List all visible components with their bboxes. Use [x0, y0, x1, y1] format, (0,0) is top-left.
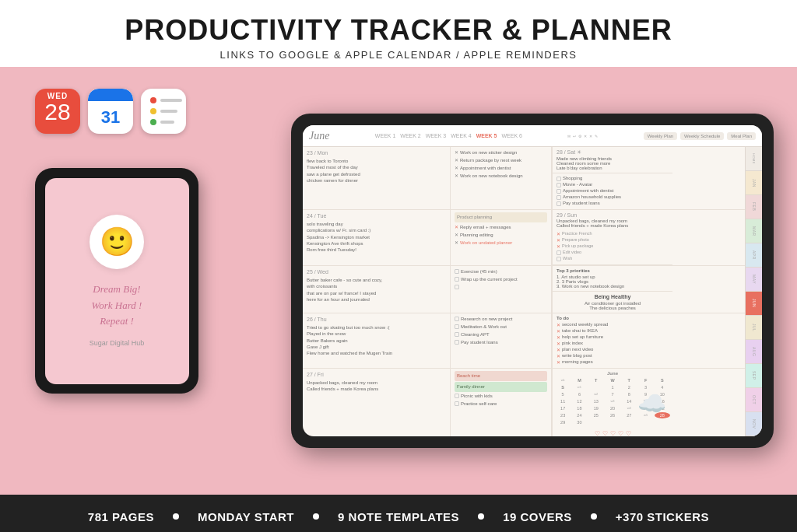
feb-tab[interactable]: FEB — [746, 195, 762, 219]
smiley-sticker: 🙂 — [90, 215, 144, 269]
footer-covers: 19 COVERS — [484, 510, 591, 523]
saturday-tasks: Shopping Movie - Avatar Appointment with… — [553, 173, 672, 209]
reminder-line-3 — [150, 119, 174, 125]
friday-tasks: Beach time Family dinner Picnic with kid… — [451, 369, 552, 436]
jun-tab[interactable]: JUN — [746, 292, 762, 316]
main-content: WED 28 31 🙂 D — [0, 67, 797, 495]
portrait-tablet: 🙂 Dream Big! Work Hard ! Repeat ! Sugar … — [35, 168, 198, 394]
footer-start: MONDAY START — [179, 510, 313, 523]
heart-stickers: ♡ ♡ ♡ ♡ ♡ — [553, 428, 672, 436]
mar-tab[interactable]: MAR — [746, 219, 762, 243]
month-sidebar: HOME JAN FEB MAR APR MAY JUN JUL AUG SEP… — [745, 147, 762, 436]
reminder-bar-1 — [160, 99, 182, 102]
planner-month-title: June — [309, 130, 329, 142]
may-tab[interactable]: MAY — [746, 268, 762, 292]
top3-priorities: Top 3 priorities 1. Art studio set up 2.… — [553, 266, 672, 292]
pages-label: 781 PAGES — [88, 510, 154, 523]
portrait-tablet-screen: 🙂 Dream Big! Work Hard ! Repeat ! Sugar … — [45, 178, 189, 384]
week-tabs: WEEK 1 WEEK 2 WEEK 3 WEEK 4 WEEK 5 WEEK … — [375, 133, 522, 138]
templates-label: 9 NOTE TEMPLATES — [338, 510, 459, 523]
sep-tab[interactable]: SEP — [746, 364, 762, 388]
planner-view-buttons: Weekly Plan Weekly Schedule Meal Plan — [644, 132, 756, 140]
header: PRODUCTIVITY TRACKER & PLANNER LINKS TO … — [0, 0, 797, 67]
jul-tab[interactable]: JUL — [746, 316, 762, 340]
wednesday-row: 25 / Wed Butter baker cafe - so cute and… — [303, 266, 745, 313]
footer: 781 PAGES MONDAY START 9 NOTE TEMPLATES … — [0, 495, 797, 532]
sunday-column: 29 / Sun Unpacked bags, cleaned my room … — [552, 210, 672, 265]
planner-days-main: 23 / Mon flew back to TorontoTraveled mo… — [303, 147, 745, 436]
week-tab-1[interactable]: WEEK 1 — [375, 133, 395, 138]
brand-text: Sugar Digital Hub — [90, 339, 145, 347]
footer-dot-1 — [173, 513, 179, 520]
footer-templates: 9 NOTE TEMPLATES — [319, 510, 478, 523]
week-tab-3[interactable]: WEEK 3 — [426, 133, 446, 138]
week-tab-4[interactable]: WEEK 4 — [451, 133, 471, 138]
weekend-column: 28 / Sat ☀ Made new climbing friends Cle… — [552, 147, 672, 209]
green-dot — [150, 119, 156, 125]
date-widget: WED 28 — [35, 89, 80, 134]
reminder-line-1 — [150, 97, 182, 103]
page-title: PRODUCTIVITY TRACKER & PLANNER — [0, 14, 797, 47]
planner-header: June WEEK 1 WEEK 2 WEEK 3 WEEK 4 WEEK 5 … — [303, 125, 762, 147]
being-healthy: Being Healthy Air conditioner got instal… — [553, 292, 672, 313]
top3-section: Top 3 priorities 1. Art studio set up 2.… — [552, 266, 672, 313]
monday-tasks: ✕Work on new sticker design ✕Return pack… — [451, 147, 552, 209]
todo-list: To do ✕second weekly spread ✕take shai t… — [553, 313, 672, 368]
jan-tab[interactable]: JAN — [746, 171, 762, 195]
planner-body: 23 / Mon flew back to TorontoTraveled mo… — [303, 147, 762, 436]
reminder-bar-3 — [160, 121, 174, 124]
week-tab-5[interactable]: WEEK 5 — [476, 133, 497, 138]
oct-tab[interactable]: OCT — [746, 388, 762, 412]
friday-notes: 27 / Fri Unpacked bags, cleaned my roomC… — [303, 369, 451, 436]
tuesday-tasks: Product planning ✕Reply email + messages… — [451, 210, 552, 265]
stickers-label: +370 STICKERS — [616, 510, 709, 523]
reminders-icon — [141, 89, 186, 134]
gcal-number: 31 — [101, 107, 120, 128]
start-label: MONDAY START — [198, 510, 294, 523]
weekly-plan-btn[interactable]: Weekly Plan — [644, 132, 677, 140]
cloud-sticker: ☁️ — [637, 390, 666, 417]
thursday-row: 26 / Thu Tried to go skating but too muc… — [303, 313, 745, 369]
reminder-line-2 — [150, 108, 177, 114]
tuesday-row: 24 / Tue solo traveling daycomplications… — [303, 210, 745, 266]
header-subtitle: LINKS TO GOOGLE & APPLE CALENDAR / APPLE… — [0, 49, 797, 61]
wednesday-notes: 25 / Wed Butter baker cafe - so cute and… — [303, 266, 451, 313]
motivational-text: Dream Big! Work Hard ! Repeat ! — [92, 282, 142, 330]
reminder-bar-2 — [160, 110, 177, 113]
nov-tab[interactable]: NOV — [746, 412, 762, 436]
week-tab-2[interactable]: WEEK 2 — [400, 133, 420, 138]
footer-dot-4 — [591, 513, 597, 520]
saturday-section: 28 / Sat ☀ Made new climbing friends Cle… — [553, 147, 672, 173]
meal-plan-btn[interactable]: Meal Plan — [727, 132, 756, 140]
planner-screen: June WEEK 1 WEEK 2 WEEK 3 WEEK 4 WEEK 5 … — [303, 125, 762, 436]
date-number: 28 — [44, 100, 70, 124]
apr-tab[interactable]: APR — [746, 243, 762, 268]
footer-stickers: +370 STICKERS — [597, 510, 728, 523]
yellow-dot — [150, 108, 156, 114]
footer-pages: 781 PAGES — [69, 510, 173, 523]
thursday-notes: 26 / Thu Tried to go skating but too muc… — [303, 313, 451, 368]
sunday-section: 29 / Sun Unpacked bags, cleaned my room … — [553, 210, 672, 265]
home-tab[interactable]: HOME — [746, 147, 762, 171]
tuesday-notes: 24 / Tue solo traveling daycomplications… — [303, 210, 451, 265]
google-calendar-icon: 31 — [88, 89, 133, 134]
week-tab-6[interactable]: WEEK 6 — [502, 133, 522, 138]
friday-row: 27 / Fri Unpacked bags, cleaned my roomC… — [303, 369, 745, 436]
monday-row: 23 / Mon flew back to TorontoTraveled mo… — [303, 147, 745, 210]
aug-tab[interactable]: AUG — [746, 340, 762, 364]
toolbar-icons: ✉↩⚙✕✕✎ — [567, 134, 598, 138]
weekly-schedule-btn[interactable]: Weekly Schedule — [680, 132, 724, 140]
covers-label: 19 COVERS — [503, 510, 572, 523]
todo-section: To do ✕second weekly spread ✕take shai t… — [552, 313, 672, 368]
thursday-tasks: Research on new project Meditation & Wor… — [451, 313, 552, 368]
gcal-top-bar — [88, 89, 133, 101]
footer-dot-3 — [478, 513, 484, 520]
monday-notes: 23 / Mon flew back to TorontoTraveled mo… — [303, 147, 451, 209]
landscape-tablet: June WEEK 1 WEEK 2 WEEK 3 WEEK 4 WEEK 5 … — [291, 114, 774, 448]
red-dot — [150, 97, 156, 103]
wednesday-tasks: Exercise (45 min) Wrap up the current pr… — [451, 266, 552, 313]
app-icons-row: WED 28 31 — [35, 89, 186, 134]
footer-dot-2 — [313, 513, 319, 520]
